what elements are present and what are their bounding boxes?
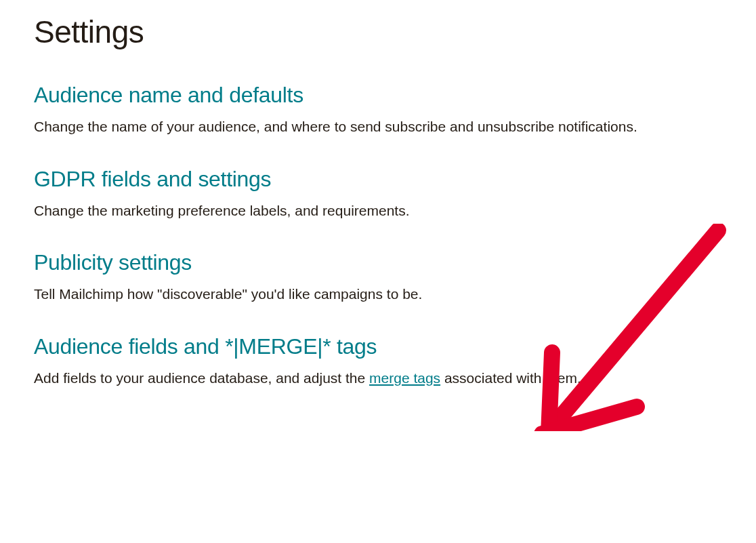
- link-publicity-settings[interactable]: Publicity settings: [34, 250, 192, 275]
- settings-section-publicity: Publicity settings Tell Mailchimp how "d…: [34, 250, 722, 306]
- settings-section-audience-name: Audience name and defaults Change the na…: [34, 83, 722, 138]
- link-merge-tags[interactable]: merge tags: [369, 370, 440, 386]
- page-title: Settings: [34, 14, 722, 50]
- link-audience-name-defaults[interactable]: Audience name and defaults: [34, 83, 303, 108]
- description-audience-name-defaults: Change the name of your audience, and wh…: [34, 116, 722, 138]
- description-suffix: associated with them.: [440, 370, 581, 386]
- description-publicity-settings: Tell Mailchimp how "discoverable" you'd …: [34, 283, 722, 306]
- link-audience-fields-merge-tags[interactable]: Audience fields and *|MERGE|* tags: [34, 334, 377, 359]
- settings-section-gdpr: GDPR fields and settings Change the mark…: [34, 167, 722, 222]
- description-audience-fields-merge-tags: Add fields to your audience database, an…: [34, 367, 722, 390]
- description-prefix: Add fields to your audience database, an…: [34, 370, 369, 386]
- link-gdpr-fields[interactable]: GDPR fields and settings: [34, 167, 271, 192]
- description-gdpr-fields: Change the marketing preference labels, …: [34, 200, 722, 222]
- settings-section-merge-tags: Audience fields and *|MERGE|* tags Add f…: [34, 334, 722, 390]
